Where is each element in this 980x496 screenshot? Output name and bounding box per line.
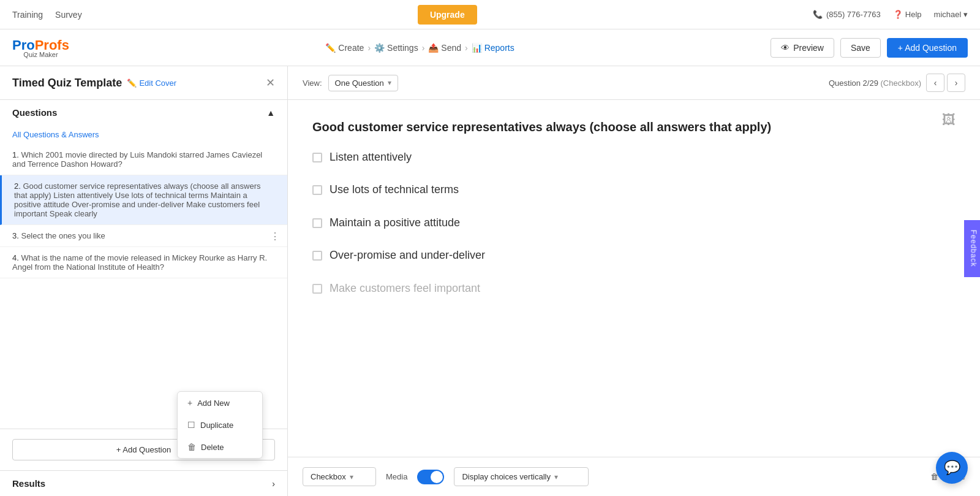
- question-text-1: Which 2001 movie directed by Luis Mandok…: [12, 150, 262, 169]
- question-content: Good customer service representatives al…: [288, 100, 980, 375]
- questions-section: Questions ▲ All Questions & Answers 1. W…: [0, 100, 287, 429]
- breadcrumb-create-label: Create: [338, 43, 364, 53]
- collapse-icon: ▲: [266, 108, 275, 118]
- breadcrumb-sep-2: ›: [422, 43, 425, 53]
- context-add-new[interactable]: + Add New: [178, 392, 262, 414]
- nav-arrows: ‹ ›: [926, 74, 965, 92]
- survey-link[interactable]: Survey: [55, 10, 82, 20]
- breadcrumb-reports-label: Reports: [484, 43, 514, 53]
- view-bar: View: One Question ▾ Question 2/29 (Chec…: [288, 66, 980, 100]
- save-button[interactable]: Save: [840, 38, 881, 58]
- answer-text-2: Use lots of technical terms: [330, 183, 459, 197]
- breadcrumb-create[interactable]: ✏️ Create: [325, 43, 364, 53]
- preview-button[interactable]: 👁 Preview: [771, 38, 834, 58]
- feedback-tab[interactable]: Feedback: [965, 219, 980, 277]
- preview-icon: 👁: [781, 43, 790, 53]
- upgrade-button[interactable]: Upgrade: [418, 5, 477, 25]
- breadcrumb-sep-1: ›: [368, 43, 371, 53]
- chat-bubble[interactable]: 💬: [936, 452, 968, 484]
- context-menu: + Add New ☐ Duplicate 🗑 Delete: [177, 391, 263, 429]
- image-icon: 🖼: [942, 112, 956, 128]
- main-layout: Timed Quiz Template ✏️ Edit Cover ✕ Ques…: [0, 66, 980, 496]
- answer-text-4: Over-promise and under-deliver: [330, 248, 485, 262]
- question-nav: Question 2/29 (Checkbox) ‹ ›: [829, 74, 965, 92]
- top-nav-right: 📞 (855) 776-7763 ❓ Help michael ▾: [813, 10, 968, 19]
- type-select-chevron: ▾: [350, 473, 353, 481]
- view-bar-left: View: One Question ▾: [303, 75, 398, 91]
- view-option-label: One Question: [335, 78, 384, 88]
- question-item-active[interactable]: 2. Good customer service representatives…: [0, 175, 287, 225]
- help-icon: ❓: [893, 10, 903, 19]
- media-toggle[interactable]: [417, 470, 444, 484]
- answer-option-2: Use lots of technical terms: [312, 183, 956, 197]
- answer-text-3: Maintain a positive attitude: [330, 216, 460, 230]
- breadcrumb-settings[interactable]: ⚙️ Settings: [374, 43, 418, 53]
- sidebar: Timed Quiz Template ✏️ Edit Cover ✕ Ques…: [0, 66, 288, 496]
- view-select[interactable]: One Question ▾: [328, 75, 398, 91]
- answer-text-1: Listen attentively: [330, 150, 412, 164]
- results-section[interactable]: Results ›: [0, 470, 287, 496]
- question-item[interactable]: 1. Which 2001 movie directed by Luis Man…: [0, 144, 287, 175]
- breadcrumb-reports[interactable]: 📊 Reports: [472, 43, 514, 53]
- display-choices-select[interactable]: Display choices vertically ▾: [454, 467, 589, 486]
- checkbox-2[interactable]: [312, 185, 322, 195]
- question-text-4: What is the name of the movie released i…: [12, 253, 267, 272]
- display-select-chevron: ▾: [554, 473, 558, 481]
- context-duplicate[interactable]: ☐ Duplicate: [178, 414, 262, 429]
- question-counter: Question 2/29 (Checkbox): [829, 78, 921, 88]
- help-link[interactable]: ❓ Help: [893, 10, 922, 19]
- breadcrumb-send[interactable]: 📤 Send: [428, 43, 461, 53]
- media-label: Media: [386, 472, 407, 481]
- checkbox-3[interactable]: [312, 218, 322, 228]
- breadcrumb-settings-label: Settings: [387, 43, 418, 53]
- checkbox-5[interactable]: [312, 284, 322, 294]
- question-num-3: 3.: [12, 231, 19, 240]
- training-link[interactable]: Training: [12, 10, 43, 20]
- more-options-button[interactable]: ⋮: [270, 230, 280, 242]
- breadcrumb-sep-3: ›: [465, 43, 468, 53]
- view-label: View:: [303, 78, 322, 88]
- next-question-button[interactable]: ›: [947, 74, 965, 92]
- question-item-3[interactable]: 3. Select the ones you like ⋮: [0, 225, 287, 247]
- question-item-4[interactable]: 4. What is the name of the movie release…: [0, 247, 287, 278]
- answer-option-5: Make customers feel important: [312, 281, 956, 296]
- header-actions: 👁 Preview Save + Add Question: [771, 38, 968, 58]
- question-type-select[interactable]: Checkbox ▾: [303, 467, 376, 486]
- question-num-1: 1.: [12, 150, 19, 159]
- questions-section-title: Questions: [12, 107, 57, 118]
- edit-cover-button[interactable]: ✏️ Edit Cover: [127, 78, 176, 88]
- reports-icon: 📊: [472, 43, 482, 53]
- user-menu[interactable]: michael ▾: [934, 10, 968, 19]
- duplicate-icon: ☐: [187, 420, 195, 429]
- close-sidebar-button[interactable]: ✕: [266, 76, 275, 90]
- phone-icon: 📞: [813, 10, 823, 19]
- checkbox-4[interactable]: [312, 251, 322, 261]
- checkbox-1[interactable]: [312, 153, 322, 162]
- logo-sub: Quiz Maker: [12, 51, 69, 58]
- send-icon: 📤: [428, 43, 439, 53]
- bottom-toolbar: Checkbox ▾ Media Display choices vertica…: [288, 457, 980, 496]
- breadcrumb: ✏️ Create › ⚙️ Settings › 📤 Send › 📊 Rep…: [325, 43, 514, 53]
- all-qa-link[interactable]: All Questions & Answers: [0, 125, 287, 144]
- question-num-2: 2.: [14, 181, 21, 191]
- questions-list: All Questions & Answers 1. Which 2001 mo…: [0, 125, 287, 284]
- display-choices-label: Display choices vertically: [462, 472, 551, 481]
- add-question-header-button[interactable]: + Add Question: [887, 38, 968, 58]
- results-chevron: ›: [272, 479, 275, 489]
- question-text-2: Good customer service representatives al…: [14, 181, 260, 218]
- questions-header[interactable]: Questions ▲: [0, 100, 287, 125]
- main-header: Pro Profs Quiz Maker ✏️ Create › ⚙️ Sett…: [0, 29, 980, 66]
- add-image-button[interactable]: 🖼: [942, 112, 956, 128]
- settings-icon: ⚙️: [374, 43, 385, 53]
- answer-option-1: Listen attentively: [312, 150, 956, 164]
- breadcrumb-send-label: Send: [441, 43, 461, 53]
- prev-question-button[interactable]: ‹: [926, 74, 944, 92]
- question-num-4: 4.: [12, 253, 19, 262]
- phone-number: (855) 776-7763: [826, 10, 881, 19]
- answer-option-3: Maintain a positive attitude: [312, 216, 956, 230]
- question-text-3: Select the ones you like: [21, 231, 105, 240]
- add-new-icon: +: [187, 398, 192, 408]
- sidebar-header: Timed Quiz Template ✏️ Edit Cover ✕: [0, 66, 287, 100]
- answer-option-4: Over-promise and under-deliver: [312, 248, 956, 262]
- content-area: View: One Question ▾ Question 2/29 (Chec…: [288, 66, 980, 496]
